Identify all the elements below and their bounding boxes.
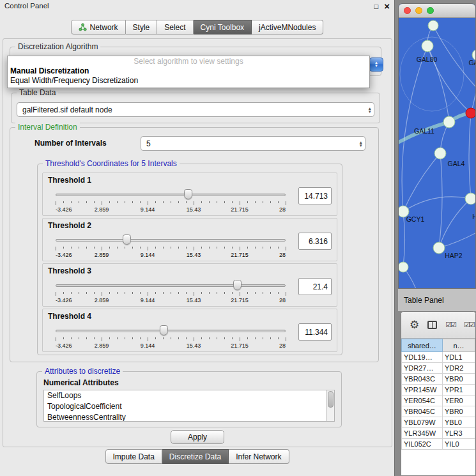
scale-tick-label: -3.426 [56, 206, 72, 213]
attribute-item[interactable]: TopologicalCoefficient [44, 401, 334, 412]
threshold-slider[interactable]: -3.4262.8599.14415.4321.71528 [56, 188, 286, 215]
table-cell[interactable]: YDL1 [443, 352, 475, 363]
columns-icon[interactable] [427, 321, 437, 329]
scale-tick-label: -3.426 [56, 252, 72, 258]
toolbox-tab-select[interactable]: Select [157, 20, 193, 35]
attribute-item[interactable]: BetweennessCentrality [44, 412, 334, 422]
attribute-item[interactable]: SelfLoops [44, 390, 334, 401]
table-cell[interactable]: YDR2 [443, 363, 475, 374]
slider-track[interactable] [56, 330, 286, 332]
close-window-icon[interactable]: × [384, 2, 390, 11]
algorithm-combobox-button[interactable]: ▲ ▼ [369, 58, 383, 72]
table-row[interactable]: YBR045CYBR0 [402, 406, 475, 417]
threshold-value-field[interactable]: 14.713 [298, 187, 332, 204]
algorithm-option-equal-width-frequency[interactable]: Equal Width/Frequency Discretization [8, 76, 369, 86]
network-node[interactable] [422, 40, 433, 52]
table-cell[interactable]: YER054C [402, 395, 443, 406]
network-node[interactable] [434, 148, 446, 159]
network-node[interactable] [443, 116, 455, 128]
network-edge [439, 153, 442, 248]
select-all-columns-icon[interactable]: ☑☑ [464, 321, 474, 329]
threshold-panel: Threshold 1 -3.4262.8599.14415.4321.7152… [42, 173, 337, 216]
table-cell[interactable]: YLR3 [443, 428, 475, 439]
slider-track[interactable] [56, 239, 286, 242]
network-node[interactable] [399, 262, 408, 272]
slider-track[interactable] [56, 194, 286, 196]
threshold-value-field[interactable]: 21.4 [298, 278, 332, 295]
table-row[interactable]: YPR145WYPR1 [402, 385, 475, 395]
number-of-intervals-combobox[interactable]: 5 ▲ ▼ [141, 136, 365, 151]
tab-label: jActiveMNodules [259, 23, 316, 32]
attributes-scrollbar[interactable] [326, 390, 334, 421]
network-node[interactable] [433, 242, 445, 254]
table-cell[interactable]: YER0 [443, 395, 475, 406]
table-cell[interactable]: YIL052C [402, 439, 443, 450]
numerical-attributes-list[interactable]: SelfLoopsTopologicalCoefficientBetweenne… [43, 390, 335, 422]
close-traffic-light-icon[interactable] [404, 7, 411, 14]
cyni-mode-tab-discretize-data[interactable]: Discretize Data [162, 449, 229, 464]
toolbox-tab-network[interactable]: Network [71, 20, 126, 35]
table-cell[interactable]: YLR345W [402, 428, 443, 439]
table-cell[interactable]: YBR043C [402, 374, 443, 385]
slider-thumb[interactable] [160, 325, 168, 335]
network-node[interactable] [465, 193, 476, 204]
table-cell[interactable]: YPR1 [443, 385, 475, 395]
scale-tick-label: -3.426 [56, 342, 72, 349]
table-row[interactable]: YLR345WYLR3 [402, 428, 475, 439]
table-cell[interactable]: YDR27… [402, 363, 443, 374]
table-panel-header[interactable]: Table Panel [398, 289, 476, 311]
gear-icon[interactable]: ⚙ [410, 318, 419, 332]
threshold-label: Threshold 2 [48, 221, 91, 230]
algorithm-option-placeholder[interactable]: Select algorithm to view settings [8, 57, 369, 66]
threshold-value-field[interactable]: 11.344 [298, 323, 332, 341]
algorithm-option-manual-discretization[interactable]: Manual Discretization [8, 66, 369, 76]
network-canvas[interactable]: GAL80GAGAL11GAL4HGCY1HAP2 [399, 18, 475, 288]
table-row[interactable]: YBL079WYBL0 [402, 417, 475, 428]
apply-button[interactable]: Apply [171, 430, 224, 444]
cyni-mode-tab-infer-network[interactable]: Infer Network [229, 449, 289, 464]
table-cell[interactable]: YBR045C [402, 406, 443, 417]
network-edge [439, 229, 476, 248]
table-row[interactable]: YIL052CYIL0 [402, 439, 475, 450]
slider-track[interactable] [56, 284, 286, 287]
threshold-panel: Threshold 2 -3.4262.8599.14415.4321.7152… [42, 218, 337, 261]
table-data-combobox[interactable]: galFiltered.sif default node ▲ ▼ [17, 102, 374, 117]
column-header[interactable]: shared… [402, 339, 443, 352]
slider-thumb[interactable] [123, 234, 131, 245]
numerical-attributes-label: Numerical Attributes [43, 378, 119, 387]
table-cell[interactable]: YIL0 [443, 439, 475, 450]
cyni-mode-tab-impute-data[interactable]: Impute Data [105, 449, 162, 464]
table-row[interactable]: YDR27…YDR2 [402, 363, 475, 374]
network-node[interactable] [428, 20, 438, 31]
table-row[interactable]: YER054CYER0 [402, 395, 475, 406]
network-window-titlebar[interactable] [399, 4, 475, 18]
control-panel-titlebar[interactable]: Control Panel □ × [0, 0, 394, 13]
threshold-slider[interactable]: -3.4262.8599.14415.4321.71528 [56, 279, 286, 305]
column-header[interactable]: n… [443, 339, 475, 352]
threshold-value-field[interactable]: 6.316 [298, 233, 332, 250]
slider-thumb[interactable] [233, 280, 242, 290]
network-node-selected[interactable] [466, 108, 476, 118]
toolbox-tab-jactivemnodules[interactable]: jActiveMNodules [252, 20, 323, 35]
float-window-icon[interactable]: □ [374, 3, 379, 10]
table-cell[interactable]: YDL19… [402, 352, 443, 363]
minimize-traffic-light-icon[interactable] [415, 7, 422, 14]
scrollbar-thumb[interactable] [328, 391, 334, 408]
table-cell[interactable]: YBL079W [402, 417, 443, 428]
scale-tick-label: 15.43 [187, 252, 201, 258]
slider-thumb[interactable] [184, 189, 192, 199]
threshold-slider[interactable]: -3.4262.8599.14415.4321.71528 [56, 233, 286, 260]
table-cell[interactable]: YBL0 [443, 417, 475, 428]
table-row[interactable]: YBR043CYBR0 [402, 374, 475, 385]
toolbox-tab-style[interactable]: Style [126, 20, 158, 35]
toolbox-tab-cyni-toolbox[interactable]: Cyni Toolbox [194, 20, 252, 35]
slider-ticks [56, 247, 286, 250]
table-cell[interactable]: YBR0 [443, 406, 475, 417]
scale-tick-label: 15.43 [187, 342, 201, 349]
table-cell[interactable]: YBR0 [443, 374, 475, 385]
threshold-slider[interactable]: -3.4262.8599.14415.4321.71528 [56, 324, 286, 351]
select-columns-icon[interactable]: ☑☑ [445, 321, 456, 329]
zoom-traffic-light-icon[interactable] [427, 7, 434, 14]
table-cell[interactable]: YPR145W [402, 385, 443, 395]
table-row[interactable]: YDL19…YDL1 [402, 352, 475, 363]
